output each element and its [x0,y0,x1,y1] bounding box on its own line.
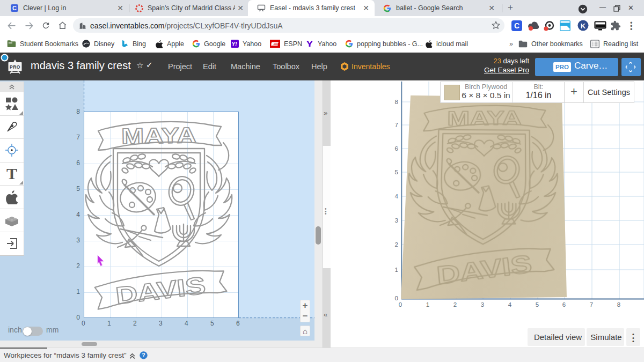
svg-text:6: 6 [395,145,398,152]
svg-text:PRO: PRO [10,64,20,70]
svg-text:0: 0 [395,295,398,301]
svg-text:6: 6 [562,301,566,308]
svg-text:K: K [581,22,586,30]
svg-text:5: 5 [536,301,539,308]
svg-text:C: C [12,5,17,11]
svg-text:0: 0 [399,301,402,308]
svg-text:5: 5 [395,169,398,175]
svg-text:7: 7 [590,301,593,308]
svg-text:2: 2 [453,301,457,308]
svg-text:8: 8 [395,99,398,105]
svg-text:3: 3 [395,217,398,224]
svg-text:7: 7 [395,122,398,128]
svg-text:?: ? [142,352,145,358]
svg-text:1: 1 [395,267,398,273]
svg-text:2: 2 [395,241,398,248]
svg-text:3: 3 [481,301,484,308]
svg-text:8: 8 [617,301,620,308]
svg-text:Y!: Y! [232,41,238,47]
svg-text:C: C [514,21,519,30]
svg-text:4: 4 [395,193,399,200]
svg-text:4: 4 [508,301,512,308]
svg-text:1: 1 [426,301,429,308]
